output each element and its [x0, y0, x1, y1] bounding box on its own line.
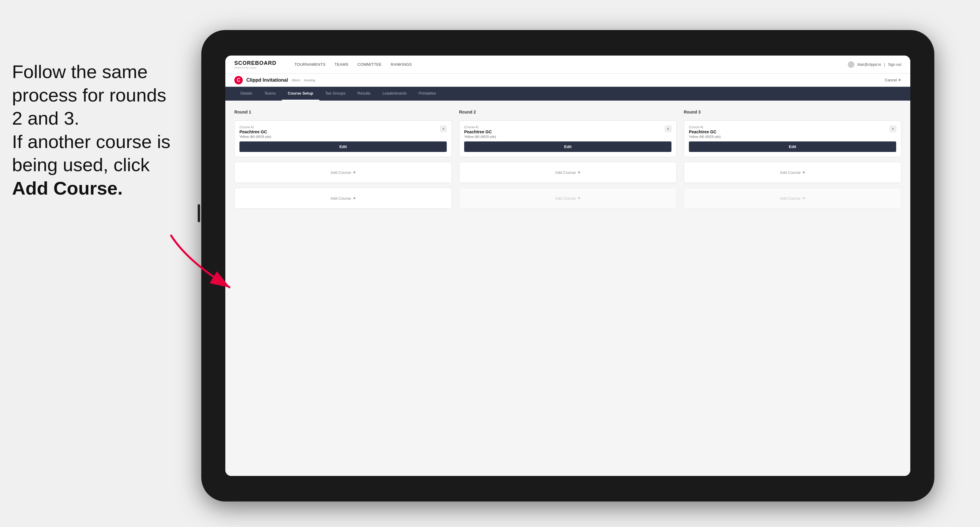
round-3-course-name: Peachtree GC [689, 129, 721, 134]
round-1-add-course-2[interactable]: Add Course + [234, 188, 452, 209]
round-1-course-name: Peachtree GC [239, 129, 271, 134]
round-2-course-card: (Course A) Peachtree GC Yellow (M) (6629… [459, 121, 676, 157]
round-1-column: Round 1 (Course A) Peachtree GC Yellow (… [234, 110, 452, 209]
round-2-add-course-2-plus: + [578, 195, 581, 201]
cancel-button[interactable]: Cancel ✕ [885, 78, 901, 82]
round-2-course-name: Peachtree GC [464, 129, 496, 134]
round-2-add-course-1-plus: + [578, 170, 581, 175]
round-3-add-course-2[interactable]: Add Course + [684, 188, 901, 209]
tab-tee-groups[interactable]: Tee Groups [319, 87, 352, 101]
round-3-course-header: (Course A) Peachtree GC Yellow (M) (6629… [689, 125, 896, 138]
round-3-add-course-2-label: Add Course [780, 196, 801, 201]
tournament-name: Clippd Invitational [247, 78, 288, 83]
clippd-logo: C [234, 76, 243, 84]
round-3-delete-button[interactable]: × [889, 125, 896, 132]
logo-sub-text: Powered by clippd [234, 67, 277, 69]
sub-header-left: C Clippd Invitational (Men) Hosting [234, 76, 315, 84]
round-1-title: Round 1 [234, 110, 452, 114]
round-3-course-card: (Course A) Peachtree GC Yellow (M) (6629… [684, 121, 901, 157]
round-1-course-card: (Course A) Peachtree GC Yellow (M) (6629… [234, 121, 452, 157]
sign-out-link[interactable]: Sign out [888, 62, 901, 67]
round-1-add-course-1-plus: + [353, 170, 356, 175]
tablet-side-button [198, 204, 200, 222]
tournament-type: (Men) [292, 78, 301, 82]
tablet-frame: SCOREBOARD Powered by clippd TOURNAMENTS… [201, 30, 934, 502]
tablet-screen: SCOREBOARD Powered by clippd TOURNAMENTS… [225, 56, 910, 476]
round-1-add-course-1[interactable]: Add Course + [234, 162, 452, 183]
nav-committee[interactable]: COMMITTEE [358, 62, 382, 67]
nav-rankings[interactable]: RANKINGS [391, 62, 412, 67]
round-2-add-course-2[interactable]: Add Course + [459, 188, 676, 209]
round-1-course-details: Yellow (M) (6629 yds) [239, 135, 271, 138]
tab-printables[interactable]: Printables [412, 87, 442, 101]
main-content: Round 1 (Course A) Peachtree GC Yellow (… [225, 101, 910, 476]
tab-leaderboards[interactable]: Leaderboards [376, 87, 412, 101]
round-3-add-course-1[interactable]: Add Course + [684, 162, 901, 183]
nav-user: blair@clippd.io | Sign out [848, 61, 901, 68]
nav-tournaments[interactable]: TOURNAMENTS [294, 62, 325, 67]
round-3-column: Round 3 (Course A) Peachtree GC Yellow (… [684, 110, 901, 209]
round-3-title: Round 3 [684, 110, 901, 114]
tab-results[interactable]: Results [352, 87, 376, 101]
round-3-add-course-1-plus: + [802, 170, 805, 175]
round-2-title: Round 2 [459, 110, 676, 114]
instruction-panel: Follow the same process for rounds 2 and… [0, 48, 192, 212]
round-2-delete-button[interactable]: × [665, 125, 671, 132]
round-1-delete-button[interactable]: × [440, 125, 447, 132]
round-3-edit-button[interactable]: Edit [689, 141, 896, 152]
tab-course-setup[interactable]: Course Setup [282, 87, 319, 101]
round-1-course-label: (Course A) [239, 125, 271, 129]
round-2-course-label: (Course A) [464, 125, 496, 129]
round-1-add-course-1-label: Add Course [331, 170, 351, 175]
pipe-separator: | [884, 62, 885, 67]
top-nav: SCOREBOARD Powered by clippd TOURNAMENTS… [225, 56, 910, 73]
round-2-add-course-2-label: Add Course [555, 196, 576, 201]
round-2-add-course-1[interactable]: Add Course + [459, 162, 676, 183]
logo-main-text: SCOREBOARD [234, 60, 277, 67]
round-3-course-label: (Course A) [689, 125, 721, 129]
round-2-course-header: (Course A) Peachtree GC Yellow (M) (6629… [464, 125, 671, 138]
nav-links: TOURNAMENTS TEAMS COMMITTEE RANKINGS [294, 62, 836, 67]
instruction-text-content: Follow the same process for rounds 2 and… [12, 61, 170, 198]
round-2-column: Round 2 (Course A) Peachtree GC Yellow (… [459, 110, 676, 209]
round-2-course-details: Yellow (M) (6629 yds) [464, 135, 496, 138]
round-3-add-course-1-label: Add Course [780, 170, 801, 175]
round-1-add-course-2-label: Add Course [331, 196, 351, 201]
rounds-grid: Round 1 (Course A) Peachtree GC Yellow (… [234, 110, 901, 209]
round-2-add-course-1-label: Add Course [555, 170, 576, 175]
round-3-add-course-2-plus: + [802, 195, 805, 201]
round-1-course-header: (Course A) Peachtree GC Yellow (M) (6629… [239, 125, 447, 138]
user-avatar [848, 61, 854, 68]
tab-teams[interactable]: Teams [258, 87, 282, 101]
nav-teams[interactable]: TEAMS [334, 62, 348, 67]
round-1-add-course-2-plus: + [353, 195, 356, 201]
tab-details[interactable]: Details [234, 87, 258, 101]
sub-header: C Clippd Invitational (Men) Hosting Canc… [225, 73, 910, 87]
tab-bar: Details Teams Course Setup Tee Groups Re… [225, 87, 910, 101]
round-3-course-details: Yellow (M) (6629 yds) [689, 135, 721, 138]
round-2-edit-button[interactable]: Edit [464, 141, 671, 152]
user-email: blair@clippd.io [858, 62, 881, 67]
scoreboard-logo: SCOREBOARD Powered by clippd [234, 60, 277, 69]
round-1-edit-button[interactable]: Edit [239, 141, 447, 152]
hosting-badge: Hosting [304, 78, 315, 82]
